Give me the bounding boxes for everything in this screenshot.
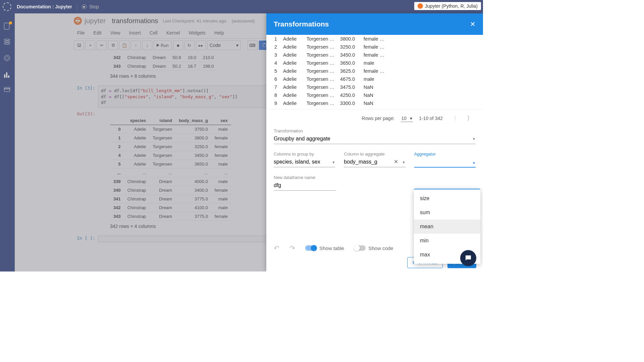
show-code-toggle[interactable]: Show code (354, 245, 393, 251)
aggregator-select[interactable] (414, 158, 476, 168)
show-table-toggle[interactable]: Show table (305, 245, 344, 251)
left-rail (0, 13, 15, 272)
clear-icon[interactable]: ✕ (394, 159, 398, 165)
chevron-down-icon: ▼ (472, 137, 476, 141)
switch-on-icon (305, 245, 317, 251)
newdf-label: New dataframe name (274, 175, 336, 180)
panel-header: Transformations ✕ (266, 13, 483, 35)
switch-off-icon (354, 245, 366, 251)
data-icon[interactable] (4, 39, 11, 46)
divider (77, 3, 77, 11)
groupby-label: Columns to group by (274, 152, 335, 157)
undo-button[interactable]: ↶ (274, 244, 279, 252)
page-range: 1-10 of 342 (419, 116, 443, 121)
jupyter-icon (418, 3, 423, 9)
chevron-down-icon: ▼ (402, 161, 406, 164)
chevron-down-icon: ▾ (410, 116, 412, 121)
stop-button[interactable]: Stop (82, 4, 99, 9)
chat-icon (464, 254, 472, 262)
pagination: Rows per page: 10 ▾ 1-10 of 342 〈 〉 (266, 109, 483, 128)
redo-button[interactable]: ↷ (289, 244, 295, 252)
analytics-icon[interactable] (4, 71, 11, 78)
rows-per-page-select[interactable]: 10 ▾ (401, 115, 413, 122)
aggregator-option-size[interactable]: size (414, 191, 480, 205)
kernel-badge-label: Jupyter (Python, R, Julia) (425, 3, 478, 9)
newdf-input[interactable] (274, 181, 336, 191)
stop-label: Stop (89, 4, 99, 9)
transformations-panel: Transformations ✕ 1AdelieTorgersen …3800… (266, 13, 483, 272)
top-bar: Documentation : Jupyter Stop Jupyter (Py… (0, 0, 483, 13)
workspace-icon[interactable] (4, 87, 11, 94)
preview-table: 1AdelieTorgersen …3800.0female …2AdelieT… (266, 35, 483, 107)
files-icon[interactable] (4, 23, 11, 29)
rows-per-page-label: Rows per page: (362, 116, 395, 121)
settings-icon[interactable] (4, 55, 11, 62)
aggregator-option-min[interactable]: min (414, 234, 480, 248)
transformation-select[interactable] (274, 134, 476, 144)
help-fab[interactable] (460, 250, 476, 266)
prev-page-button[interactable]: 〈 (449, 114, 459, 122)
chevron-down-icon: ▼ (332, 161, 335, 164)
aggregator-option-sum[interactable]: sum (414, 205, 480, 220)
close-icon[interactable]: ✕ (470, 20, 476, 28)
aggregator-option-mean[interactable]: mean (414, 220, 480, 234)
aggregator-label: Aggregator (414, 152, 476, 157)
groupby-input[interactable] (274, 158, 335, 167)
next-page-button[interactable]: 〉 (465, 114, 475, 122)
stop-icon (82, 4, 87, 9)
app-logo-icon (3, 2, 11, 11)
transformation-label: Transformation (274, 128, 476, 133)
breadcrumb: Documentation : Jupyter (17, 4, 72, 9)
panel-title: Transformations (274, 20, 329, 28)
kernel-badge[interactable]: Jupyter (Python, R, Julia) (414, 2, 481, 10)
chevron-up-icon: ▲ (472, 161, 476, 164)
aggcol-label: Column to aggregate (344, 152, 405, 157)
